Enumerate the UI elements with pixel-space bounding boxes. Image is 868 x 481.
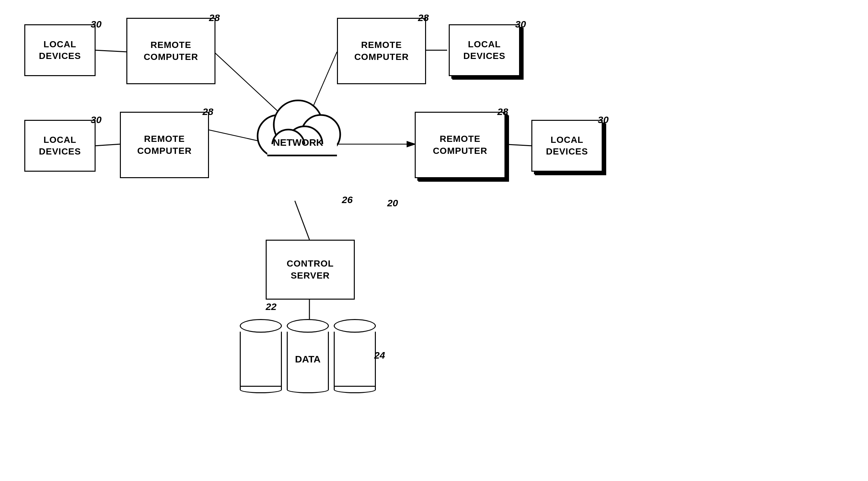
data-cylinders: DATA bbox=[240, 319, 376, 393]
local-devices-top-right: LOCALDEVICES bbox=[449, 24, 520, 76]
ref-30-mid-right: 30 bbox=[598, 114, 609, 125]
network-cloud: NETWORK bbox=[246, 78, 350, 183]
svg-text:NETWORK: NETWORK bbox=[273, 137, 323, 148]
ref-28-top-right: 28 bbox=[418, 12, 429, 23]
remote-computer-top-right-1: REMOTECOMPUTER bbox=[337, 18, 426, 84]
ref-26: 26 bbox=[342, 194, 352, 205]
remote-computer-mid-left: REMOTECOMPUTER bbox=[120, 112, 209, 178]
ref-22: 22 bbox=[266, 301, 276, 312]
control-server: CONTROLSERVER bbox=[266, 240, 355, 299]
ref-20: 20 bbox=[387, 198, 398, 209]
local-devices-mid-right: LOCALDEVICES bbox=[531, 120, 602, 172]
local-devices-mid-left: LOCALDEVICES bbox=[24, 120, 96, 172]
ref-30-top-right: 30 bbox=[515, 19, 526, 30]
remote-computer-mid-right: REMOTECOMPUTER bbox=[415, 112, 505, 178]
ref-30-mid-left: 30 bbox=[91, 114, 101, 125]
local-devices-top-left: LOCAL DEVICES bbox=[24, 24, 96, 76]
remote-computer-top-left: REMOTECOMPUTER bbox=[126, 18, 215, 84]
svg-line-3 bbox=[502, 144, 531, 146]
ref-30-top-left: 30 bbox=[91, 19, 101, 30]
ref-28-mid-left: 28 bbox=[203, 106, 213, 117]
svg-line-8 bbox=[295, 201, 309, 240]
ref-28-top-left: 28 bbox=[209, 12, 220, 23]
svg-line-2 bbox=[96, 144, 120, 146]
diagram: LOCAL DEVICES 30 REMOTECOMPUTER 28 REMOT… bbox=[0, 0, 868, 481]
svg-line-0 bbox=[96, 50, 126, 52]
cylinder-3 bbox=[334, 319, 376, 393]
cylinder-2: DATA bbox=[287, 319, 329, 393]
ref-24: 24 bbox=[374, 350, 385, 361]
cylinder-1 bbox=[240, 319, 282, 393]
ref-28-mid-right: 28 bbox=[497, 106, 508, 117]
